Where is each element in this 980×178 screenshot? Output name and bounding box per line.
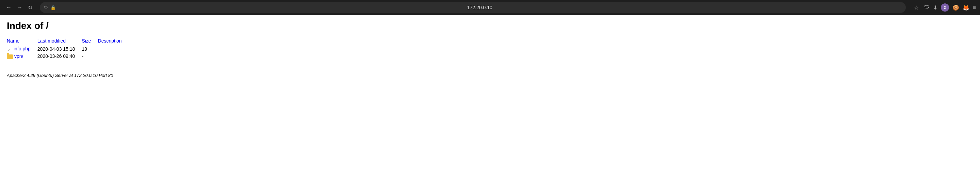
file-modified-cell: 2020-03-26 09:40: [37, 53, 82, 60]
file-size-cell: -: [82, 53, 98, 60]
bookmark-star-icon[interactable]: ☆: [914, 5, 919, 11]
menu-button[interactable]: ≡: [973, 5, 976, 11]
reload-button[interactable]: ↻: [26, 3, 34, 12]
server-info: Apache/2.4.29 (Ubuntu) Server at 172.20.…: [7, 70, 973, 78]
page-title: Index of /: [7, 21, 973, 31]
download-button[interactable]: ⬇: [933, 5, 937, 11]
address-bar[interactable]: 🛡 🔒 172.20.0.10: [40, 2, 906, 13]
shield-button[interactable]: 🛡: [924, 5, 930, 11]
browser-chrome: ← → ↻ 🛡 🔒 172.20.0.10 ☆ 🛡 ⬇ 2 🍪 🦊 ≡: [0, 0, 980, 15]
file-listing-table: Name Last modified Size Description info…: [7, 37, 129, 66]
forward-button[interactable]: →: [15, 3, 24, 12]
file-name-cell: vpn/: [7, 53, 37, 60]
folder-icon: [7, 54, 13, 59]
col-name: Name: [7, 37, 37, 45]
table-row: info.php2020-04-03 15:1819: [7, 45, 129, 53]
page-content: Index of / Name Last modified Size Descr…: [0, 15, 980, 85]
file-modified-cell: 2020-04-03 15:18: [37, 45, 82, 53]
col-last-modified-link[interactable]: Last modified: [37, 38, 66, 44]
col-description: Description: [98, 37, 129, 45]
table-footer-row: [7, 60, 129, 66]
address-text: 172.20.0.10: [58, 5, 902, 10]
col-size: Size: [82, 37, 98, 45]
nav-buttons: ← → ↻: [4, 3, 34, 12]
col-name-link[interactable]: Name: [7, 38, 19, 44]
file-name-cell: info.php: [7, 45, 37, 53]
col-last-modified: Last modified: [37, 37, 82, 45]
back-button[interactable]: ←: [4, 3, 14, 12]
file-size-cell: 19: [82, 45, 98, 53]
extension-avatar: 2: [941, 3, 949, 11]
table-header-row: Name Last modified Size Description: [7, 37, 129, 45]
col-description-link[interactable]: Description: [98, 38, 122, 44]
lock-icon: 🔒: [50, 5, 56, 10]
cookie-extension-button[interactable]: 🍪: [953, 5, 959, 11]
file-doc-icon: [7, 46, 12, 52]
file-link[interactable]: info.php: [14, 46, 30, 51]
table-row: vpn/2020-03-26 09:40-: [7, 53, 129, 60]
security-icon: 🛡: [44, 5, 48, 10]
table-footer-cell: [7, 60, 129, 66]
folder-link[interactable]: vpn/: [14, 53, 23, 59]
toolbar-right: 🛡 ⬇ 2 🍪 🦊 ≡: [924, 3, 976, 11]
extension-badge-button[interactable]: 2: [941, 3, 949, 11]
fox-extension-button[interactable]: 🦊: [963, 5, 969, 11]
file-description-cell: [98, 45, 129, 53]
file-description-cell: [98, 53, 129, 60]
col-size-link[interactable]: Size: [82, 38, 91, 44]
